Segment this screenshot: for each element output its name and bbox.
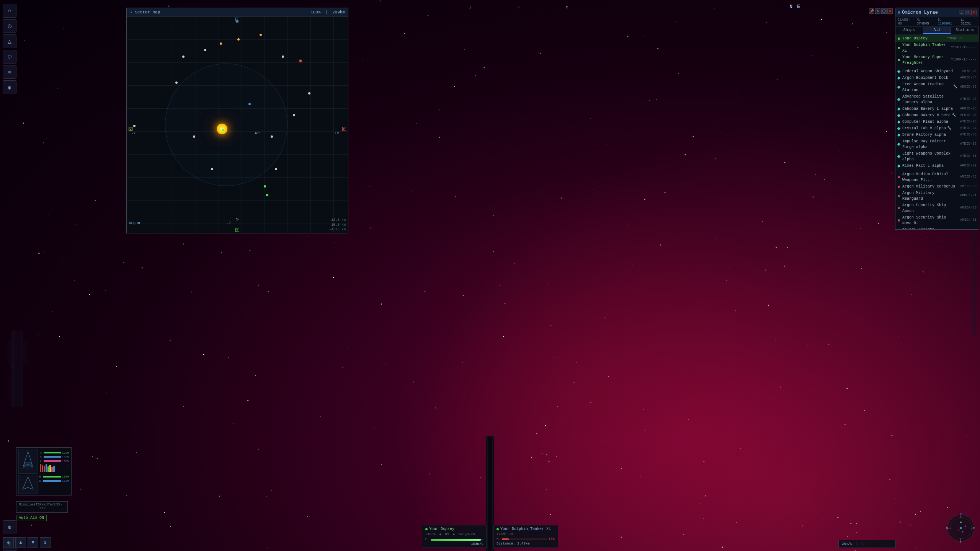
map-marker-7[interactable] — [299, 60, 302, 62]
list-item-station-9[interactable]: Impulse Ray Emitter Forge alpha ATEID-32 — [895, 138, 979, 150]
dot-dolphin — [898, 47, 900, 49]
hud-btn-down[interactable]: ▼ — [28, 537, 38, 548]
list-item-station-2[interactable]: Free Argon Trading Station🔧 ADOID-33 — [895, 81, 979, 93]
panel-close-btn[interactable]: ✕ — [971, 10, 977, 15]
map-gate-east[interactable]: E — [342, 127, 346, 131]
map-marker-10[interactable] — [271, 135, 273, 138]
target-hull-icon: H — [497, 537, 500, 541]
map-marker-8[interactable] — [308, 92, 310, 95]
svg-rect-21 — [23, 342, 27, 365]
right-panel-tabs: Ships All Stations — [895, 27, 979, 34]
ship-graphic-row: H 100% S 100% L — [18, 449, 69, 474]
list-item-ship-1[interactable]: Argon Military Cerberus AM7TZ-98 — [895, 183, 979, 190]
dot-station-6 — [897, 120, 900, 123]
list-item-ship-2[interactable]: Argon Military Rearguard AMBUZ-21 — [895, 190, 979, 202]
compass-svg: N S W E — [946, 513, 976, 543]
svg-rect-24 — [972, 220, 976, 335]
list-item-station-11[interactable]: Rimes Fact L alpha AFOID-29 — [895, 163, 979, 169]
ship-stat-bars-2: H 100% S 100% — [39, 475, 69, 494]
tab-ships[interactable]: Ships — [895, 27, 923, 34]
bar-7 — [51, 467, 53, 472]
svg-point-16 — [959, 530, 960, 531]
panel-minimize-btn[interactable]: _ — [959, 10, 964, 15]
map-gate-north[interactable]: N — [235, 18, 239, 21]
hull-bar-row: H 100% — [40, 451, 69, 455]
target-hull-val: 15% — [549, 537, 555, 541]
list-item-station-8[interactable]: Drone Factory alpha ATEID-30 — [895, 132, 979, 138]
map-marker-13[interactable] — [175, 82, 178, 84]
list-item-ship-0[interactable]: Argon Medium Orbital Weapons Pl... AMIID… — [895, 171, 979, 183]
list-item-station-7[interactable]: Crystal Fab M alpha🔧 ATEID-24 — [895, 125, 979, 132]
list-item-ship-4[interactable]: Argon Security Ship Nova R. AM3CA-81 — [895, 214, 979, 227]
target-hull-track — [502, 538, 547, 540]
list-item-ship-3[interactable]: Argon Security Ship Aamon AM3CA-80 — [895, 202, 979, 214]
list-item-station-1[interactable]: Argon Equipment Dock ADOID-34 — [895, 75, 979, 81]
right-panel-subtitle: CLASS-M6 H: 374845 S: 1196901 L: 31231 — [895, 17, 979, 27]
ship-stats-panel: H 100% S 100% L — [16, 447, 72, 496]
sidebar-icon-info[interactable]: ◉ — [3, 80, 16, 94]
map-label-argon: Argon — [129, 221, 140, 225]
sidebar-icon-map[interactable]: ◎ — [3, 19, 16, 33]
map-gate-west[interactable]: W — [129, 127, 132, 131]
target-ship-title: Your Dolphin Tanker XL — [497, 527, 555, 531]
shield-bar-row-2: S 100% — [39, 479, 69, 483]
dot-ship-4 — [898, 219, 900, 222]
right-panel-header: ⊕ Omicron Lyrae _ □ ✕ — [895, 8, 979, 17]
svg-text:S: S — [960, 540, 961, 543]
svg-text:N: N — [960, 513, 962, 516]
list-item-station-0[interactable]: Federal Argon Shipyard ASYD-25 — [895, 68, 979, 75]
map-gate-south[interactable]: S — [235, 228, 239, 232]
target-dot — [497, 528, 499, 530]
hud-btn-s[interactable]: S — [40, 537, 51, 548]
dot-ship-1 — [898, 186, 900, 188]
map-marker-player[interactable] — [222, 129, 224, 131]
sector-map-content[interactable]: N S We -x +x Argon -2 E N S W — [127, 16, 348, 233]
list-item-ship-5[interactable]: Teladi Freight Transporter TM3VT-29 — [895, 227, 979, 229]
target-ship-code: Y1SHT-19 — [497, 532, 555, 536]
dot-station-0 — [897, 70, 900, 73]
dot-station-5 — [897, 114, 900, 117]
sidebar-icon-bottom1[interactable]: ⊕ — [3, 520, 16, 534]
map-label-south: S — [236, 217, 238, 222]
svg-marker-3 — [23, 477, 33, 489]
sidebar-icon-grid[interactable]: ⊞ — [3, 65, 16, 79]
target-hull-fill — [502, 538, 509, 540]
bar-5 — [47, 466, 49, 472]
hull-track-2 — [43, 476, 61, 478]
tab-stations[interactable]: Stations — [951, 27, 979, 34]
svg-text:E: E — [973, 527, 975, 530]
right-panel-title: ⊕ Omicron Lyrae — [898, 10, 938, 15]
bar-2 — [42, 465, 43, 472]
map-marker-3[interactable] — [220, 42, 222, 45]
dot-ship-0 — [898, 176, 900, 178]
sidebar-icon-nav[interactable]: △ — [3, 34, 16, 48]
map-marker-1[interactable] — [182, 55, 185, 58]
bar-4 — [46, 464, 47, 472]
tab-all[interactable]: All — [923, 27, 951, 34]
sidebar-icon-home[interactable]: ⌂ — [3, 4, 16, 18]
list-item-player-dolphin[interactable]: Your Dolphin Tanker XL Y1SHT-19 ---- — [895, 42, 979, 54]
ship-svg-2 — [20, 476, 36, 493]
right-panel-body[interactable]: Your Osprey YM6QO-29 ------ Your Dolphin… — [895, 34, 979, 229]
map-marker-9[interactable] — [293, 114, 295, 116]
ctrl-close[interactable]: ✕ — [887, 8, 893, 14]
list-item-station-5[interactable]: Cahoona Bakery M beta🔧 AFOID-26 — [895, 112, 979, 119]
target-speed-info: 26m/s | ⬡ — [842, 542, 892, 546]
list-item-station-3[interactable]: Advanced Satellite Factory alpha ATEID-2… — [895, 93, 979, 106]
hud-btn-up[interactable]: ▲ — [15, 537, 26, 548]
auto-aim-indicator: Auto Aim ON — [16, 515, 47, 521]
panel-restore-btn[interactable]: □ — [965, 10, 970, 15]
map-marker-6[interactable] — [282, 55, 284, 58]
list-item-station-4[interactable]: Cahoona Bakery L alpha AFOID-23 — [895, 106, 979, 112]
map-marker-17[interactable] — [211, 168, 213, 170]
dot-station-9 — [897, 143, 900, 146]
map-marker-4[interactable] — [237, 38, 240, 41]
list-item-station-6[interactable]: Computer Plant alpha ATEID-28 — [895, 119, 979, 125]
sidebar-icon-hex[interactable]: ⬡ — [3, 50, 16, 64]
list-item-player-osprey[interactable]: Your Osprey YM6QO-29 ------ — [895, 35, 979, 42]
list-item-station-10[interactable]: Light Weapons Complex alpha ATEID-31 — [895, 150, 979, 163]
list-item-player-mercury[interactable]: Your Mercury Super Freighter Y1SPP-15 --… — [895, 54, 979, 66]
stat-bars-container: H 100% S 100% L — [40, 451, 69, 463]
hud-btn-1[interactable]: ⊕ — [3, 537, 14, 548]
bar-8 — [53, 466, 55, 472]
